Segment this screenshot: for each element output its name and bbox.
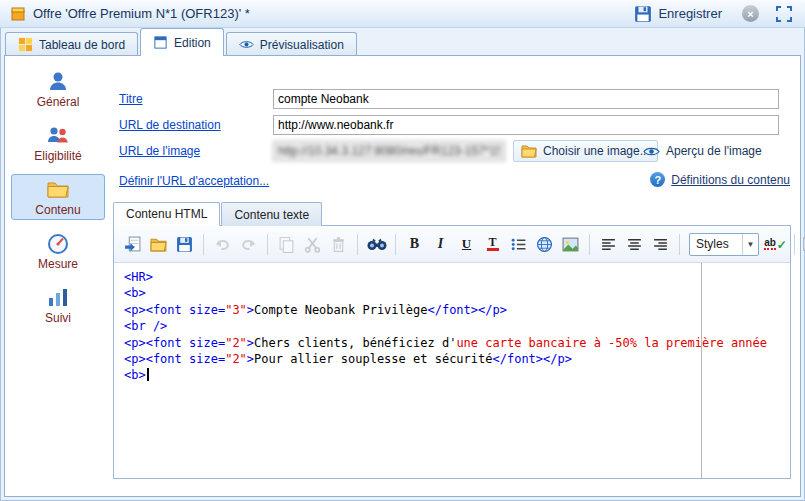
content-definitions-label: Définitions du contenu [671,173,790,187]
titlebar: Offre 'Offre Premium N*1 (OFR123)' * Enr… [0,0,805,28]
find-icon[interactable] [365,233,388,256]
align-left-icon[interactable] [597,233,620,256]
content-definitions-button[interactable]: ? Définitions du contenu [650,172,790,187]
sidebar-item-label: Eligibilité [34,149,81,163]
tab-label: Prévisualisation [260,38,344,52]
sidebar-item-suivi[interactable]: Suivi [11,282,105,328]
toolbar-separator [794,234,795,255]
sidebar-item-label: Général [37,95,80,109]
sidebar-item-general[interactable]: Général [11,66,105,112]
title-input[interactable] [273,89,779,109]
close-button[interactable]: × [742,5,759,22]
spellcheck-icon[interactable]: ab✓ [764,233,787,256]
chart-icon [46,285,70,309]
styles-dropdown[interactable]: Styles ▼ [689,233,759,256]
hyperlink-icon[interactable] [533,233,556,256]
save-label: Enregistrer [658,6,722,21]
align-center-icon[interactable] [623,233,646,256]
toolbar-separator [679,234,680,255]
main-panel: Général Eligibilité Contenu Mesure Suivi [4,55,801,497]
redo-icon[interactable] [237,233,260,256]
editor-tabs: Contenu HTML Contenu texte [113,202,323,226]
main-tabs: Tableau de bord Edition Prévisualisation [0,28,805,56]
sidebar-item-label: Contenu [35,203,80,217]
preview-image-button[interactable]: Aperçu de l'image [643,144,762,158]
tab-edition[interactable]: Edition [140,28,224,56]
image-url-label[interactable]: URL de l'image [119,144,200,158]
sidebar-item-eligibilite[interactable]: Eligibilité [11,120,105,166]
toolbar-separator [395,234,396,255]
delete-icon[interactable] [327,233,350,256]
save-icon[interactable] [173,233,196,256]
users-icon [46,123,70,147]
image-icon[interactable] [559,233,582,256]
toolbar-separator [203,234,204,255]
editor-body: B I U T [113,225,791,479]
tab-tableau-de-bord[interactable]: Tableau de bord [5,32,138,56]
offer-icon [10,6,26,22]
window-title: Offre 'Offre Premium N*1 (OFR123)' * [33,6,250,21]
dashboard-icon [18,37,33,52]
code-lines: <HR><b><p><font size="3">Compte Neobank … [114,263,790,384]
code-line: <HR> [124,269,790,285]
choose-image-button[interactable]: Choisir une image... [513,140,658,162]
editor-tab-label: Contenu texte [234,208,309,222]
sidebar: Général Eligibilité Contenu Mesure Suivi [5,56,111,496]
toolbar-separator [267,234,268,255]
italic-icon[interactable]: I [429,233,452,256]
code-line: <b> [124,285,790,301]
html-editor-panel: Contenu HTML Contenu texte [113,202,791,479]
code-line: <p><font size="2">Chers clients, bénéfic… [124,335,790,351]
editor-tab-label: Contenu HTML [126,207,207,221]
code-line: <p><font size="2">Pour allier souplesse … [124,351,790,367]
maximize-button[interactable] [775,5,793,23]
sidebar-item-label: Mesure [38,257,78,271]
bold-icon[interactable]: B [403,233,426,256]
preview-image-label: Aperçu de l'image [666,144,762,158]
close-icon: × [747,8,753,20]
text-color-icon[interactable]: T [481,233,504,256]
define-acceptance-url-link[interactable]: Définir l'URL d'acceptation... [119,174,269,188]
cut-icon[interactable] [301,233,324,256]
gauge-icon [46,231,70,255]
text-caret [147,368,149,381]
code-area[interactable]: <HR><b><p><font size="3">Compte Neobank … [114,263,790,478]
sidebar-item-contenu[interactable]: Contenu [11,174,105,220]
editor-toolbar: B I U T [114,226,790,263]
chevron-down-icon: ▼ [742,234,758,255]
code-line: <p><font size="3">Compte Neobank Privilè… [124,302,790,318]
copy-icon[interactable] [275,233,298,256]
insert-file-icon[interactable] [121,233,144,256]
help-icon: ? [650,172,665,187]
folder-icon [46,177,70,201]
content-area: Titre URL de destination URL de l'image … [111,56,800,496]
toolbar-separator [357,234,358,255]
title-field-label[interactable]: Titre [119,92,143,106]
destination-url-input[interactable] [273,115,779,135]
styles-dropdown-label: Styles [690,237,742,251]
destination-url-label[interactable]: URL de destination [119,118,221,132]
sidebar-item-mesure[interactable]: Mesure [11,228,105,274]
eye-icon [643,145,660,158]
eye-icon [239,37,254,52]
tab-label: Tableau de bord [39,38,125,52]
tab-previsualisation[interactable]: Prévisualisation [226,32,357,56]
code-line: <b> [124,367,790,383]
user-icon [46,69,70,93]
tab-contenu-html[interactable]: Contenu HTML [113,202,220,226]
offer-editor-window: { "window": { "title": "Offre 'Offre Pre… [0,0,805,501]
undo-icon[interactable] [211,233,234,256]
tab-label: Edition [174,36,211,50]
maximize-icon [775,5,793,23]
folder-icon [521,144,537,158]
save-icon [634,5,652,23]
image-url-input[interactable] [273,141,505,161]
align-right-icon[interactable] [649,233,672,256]
document-icon [153,35,168,50]
underline-icon[interactable]: U [455,233,478,256]
tab-contenu-texte[interactable]: Contenu texte [221,202,322,226]
sidebar-item-label: Suivi [45,311,71,325]
bullet-list-icon[interactable] [507,233,530,256]
save-button[interactable]: Enregistrer [630,3,726,25]
open-folder-icon[interactable] [147,233,170,256]
